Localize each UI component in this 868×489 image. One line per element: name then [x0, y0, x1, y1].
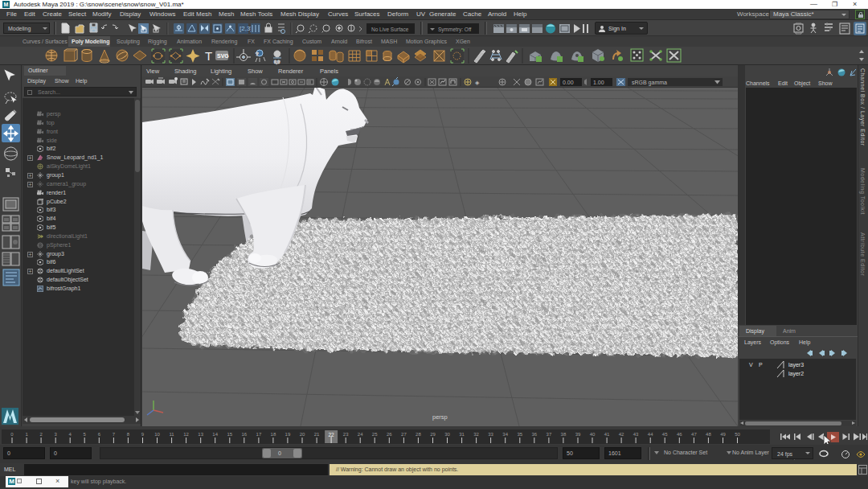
svg-text:45: 45: [662, 432, 668, 437]
svg-text:41: 41: [604, 432, 610, 437]
svg-text:43: 43: [633, 432, 639, 437]
svg-text:26: 26: [387, 432, 392, 437]
svg-text:T: T: [205, 49, 212, 63]
svg-text:14: 14: [212, 432, 218, 437]
svg-text:21: 21: [314, 432, 320, 437]
svg-text:[2,3]: [2,3]: [240, 25, 252, 32]
svg-text:0,0: 0,0: [274, 60, 280, 64]
svg-text:42: 42: [619, 432, 624, 437]
svg-text:22: 22: [328, 432, 334, 438]
svg-text:35: 35: [517, 432, 522, 437]
svg-text:38: 38: [561, 432, 567, 437]
svg-text:12: 12: [183, 432, 189, 437]
svg-text:10: 10: [154, 432, 160, 437]
svg-text:40: 40: [590, 432, 596, 437]
svg-text:◈: ◈: [475, 80, 480, 85]
svg-text:36: 36: [531, 432, 537, 437]
svg-text:30: 30: [444, 432, 450, 437]
svg-text:48: 48: [706, 432, 711, 437]
svg-text:13: 13: [198, 432, 203, 437]
svg-text:SVG: SVG: [217, 53, 229, 59]
svg-text:20: 20: [300, 432, 305, 437]
svg-text:19: 19: [285, 432, 291, 437]
svg-text:44: 44: [648, 432, 653, 437]
svg-text:28: 28: [416, 432, 421, 437]
svg-text:31: 31: [459, 432, 465, 437]
svg-text:49: 49: [720, 432, 726, 437]
svg-text:sRGB gamma: sRGB gamma: [632, 80, 667, 86]
svg-text:18: 18: [271, 432, 276, 437]
svg-text:11: 11: [169, 432, 174, 437]
svg-text:15: 15: [227, 432, 232, 437]
svg-text:33: 33: [488, 432, 493, 437]
svg-text:27: 27: [401, 432, 407, 437]
svg-text:23: 23: [343, 432, 349, 437]
svg-text:39: 39: [575, 432, 581, 437]
svg-text:47: 47: [691, 432, 697, 437]
svg-text:25: 25: [372, 432, 378, 437]
svg-text:46: 46: [677, 432, 682, 437]
svg-text:17: 17: [256, 432, 262, 437]
svg-text:persp: persp: [432, 413, 448, 421]
svg-text:32: 32: [473, 432, 479, 437]
svg-text:16: 16: [241, 432, 247, 437]
svg-text:0.00: 0.00: [563, 80, 574, 85]
svg-text:1.00: 1.00: [593, 80, 604, 85]
svg-text:37: 37: [547, 432, 552, 437]
svg-text:50: 50: [735, 432, 740, 437]
svg-text:29: 29: [430, 432, 436, 437]
svg-text:34: 34: [502, 432, 508, 437]
svg-text:24: 24: [358, 432, 363, 437]
